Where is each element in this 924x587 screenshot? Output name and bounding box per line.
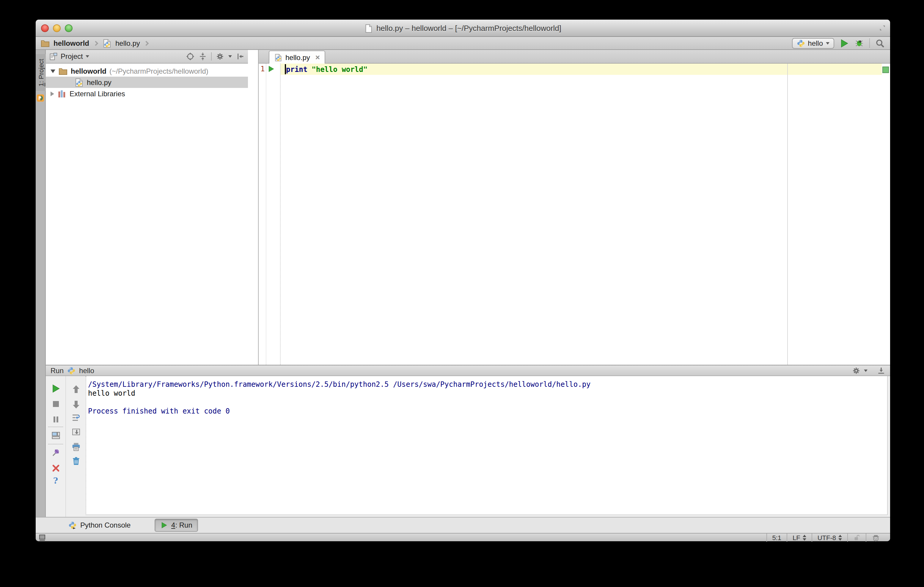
scroll-to-end-icon[interactable] xyxy=(71,427,81,437)
tool-window-bar: Python Console 4: Run xyxy=(36,517,890,533)
python-file-icon xyxy=(274,53,282,61)
hide-down-icon[interactable] xyxy=(877,366,885,375)
soft-wrap-icon[interactable] xyxy=(71,413,81,423)
sidebar-tab-project[interactable]: 1: Project xyxy=(36,54,46,91)
close-icon[interactable] xyxy=(51,464,60,473)
project-tab-label: 1: Project xyxy=(37,59,44,86)
run-config-name[interactable]: hello xyxy=(79,366,94,375)
locate-icon[interactable] xyxy=(186,52,195,61)
code-string: "hello world" xyxy=(312,65,368,73)
chevron-collapsed-icon[interactable] xyxy=(51,91,54,96)
line-separator-widget[interactable]: LF xyxy=(787,534,812,542)
tree-item-path: (~/PycharmProjects/helloworld) xyxy=(109,67,208,75)
tool-window-stripe: 1: Project xyxy=(36,50,46,533)
current-line-highlight xyxy=(280,64,882,75)
chevron-expanded-icon[interactable] xyxy=(51,69,55,73)
project-panel-title[interactable]: Project xyxy=(61,52,83,61)
folder-icon xyxy=(58,66,68,76)
run-tool-window-button[interactable]: 4: Run xyxy=(155,519,198,532)
status-bar: 5:1 LF UTF-8 xyxy=(36,533,890,541)
updown-caret-icon xyxy=(838,535,842,541)
tree-item-external-libraries[interactable]: External Libraries xyxy=(46,88,248,99)
collapse-all-icon[interactable] xyxy=(199,52,207,61)
tab-hello-py[interactable]: hello.py × xyxy=(269,51,325,64)
chevron-down-icon xyxy=(228,55,232,58)
toolbar-separator xyxy=(869,39,870,48)
settings-gear-icon[interactable] xyxy=(216,52,224,61)
run-tool-window: Run hello ? xyxy=(46,365,890,517)
settings-gear-icon[interactable] xyxy=(852,366,860,375)
desktop-background: hello.py – helloworld – [~/PycharmProjec… xyxy=(0,0,924,587)
hide-panel-icon[interactable] xyxy=(236,52,244,61)
run-line-icon[interactable] xyxy=(267,65,275,72)
breadcrumb-file[interactable]: hello.py xyxy=(116,39,140,47)
breadcrumb-project[interactable]: helloworld xyxy=(53,39,89,47)
toolbar-separator xyxy=(48,444,63,444)
tree-item-hello-py[interactable]: hello.py xyxy=(46,77,248,88)
restore-layout-icon[interactable] xyxy=(51,431,60,440)
run-configuration-selector[interactable]: hello xyxy=(792,38,834,48)
run-icon[interactable] xyxy=(840,38,849,48)
console-line: hello world xyxy=(88,389,887,398)
libraries-icon xyxy=(57,89,67,98)
search-icon[interactable] xyxy=(875,38,885,48)
console-output[interactable]: /System/Library/Frameworks/Python.framew… xyxy=(86,376,888,515)
stop-icon[interactable] xyxy=(51,399,60,409)
chevron-right-icon xyxy=(93,41,98,46)
python-file-icon xyxy=(74,77,84,87)
readonly-lock-widget[interactable] xyxy=(847,534,866,542)
help-icon[interactable]: ? xyxy=(53,476,58,485)
code-keyword: print xyxy=(286,65,307,73)
breadcrumb: helloworld hello.py xyxy=(40,37,150,49)
pause-output-icon[interactable] xyxy=(51,415,60,424)
pin-tab-icon[interactable] xyxy=(51,448,60,457)
python-console-icon xyxy=(68,521,77,529)
editor-body[interactable]: 1 print "hello world" xyxy=(259,64,890,365)
run-button-label: 4: Run xyxy=(171,521,192,529)
navigation-bar: helloworld hello.py hello xyxy=(36,37,890,50)
inspection-status-indicator[interactable] xyxy=(883,67,889,73)
chevron-down-icon xyxy=(864,369,868,372)
down-stack-trace-icon[interactable] xyxy=(71,400,81,409)
console-toolbar xyxy=(66,376,86,518)
editor-tab-bar: hello.py × xyxy=(259,50,890,64)
document-icon xyxy=(365,24,373,32)
tree-item-label: helloworld xyxy=(71,67,106,75)
editor-gutter: 1 xyxy=(259,64,280,365)
updown-caret-icon xyxy=(803,535,806,541)
run-left-toolbar: ? xyxy=(46,376,66,518)
tab-label: hello.py xyxy=(285,53,310,61)
debug-icon[interactable] xyxy=(855,38,864,48)
toolbar-separator xyxy=(48,427,63,427)
encoding-widget[interactable]: UTF-8 xyxy=(812,534,847,542)
chevron-right-icon xyxy=(144,41,149,46)
python-icon xyxy=(797,39,805,47)
python-icon xyxy=(67,366,76,375)
python-console-button[interactable]: Python Console xyxy=(63,519,136,532)
clear-all-icon[interactable] xyxy=(71,456,81,466)
up-stack-trace-icon[interactable] xyxy=(71,385,81,394)
close-tab-icon[interactable]: × xyxy=(315,53,320,62)
inspections-profile-widget[interactable] xyxy=(866,534,885,542)
project-view-icon xyxy=(50,52,58,61)
caret-position-widget[interactable]: 5:1 xyxy=(766,534,787,542)
python-file-icon xyxy=(102,38,112,48)
main-area: Project hel xyxy=(46,50,890,365)
fullscreen-icon[interactable] xyxy=(879,25,886,31)
tree-item-helloworld[interactable]: helloworld (~/PycharmProjects/helloworld… xyxy=(46,65,248,77)
inspection-strip xyxy=(882,64,890,365)
code-line-1[interactable]: print "hello world" xyxy=(286,64,368,75)
run-icon xyxy=(160,522,168,529)
toggle-toolwindow-bars-icon[interactable] xyxy=(39,534,46,541)
run-panel-body: ? /System/Library/Frameworks/Python.fram… xyxy=(46,376,890,518)
rerun-icon[interactable] xyxy=(51,384,60,393)
caret-position: 5:1 xyxy=(772,534,781,541)
project-panel-header: Project xyxy=(46,50,248,64)
chevron-down-icon[interactable] xyxy=(86,55,89,58)
project-tree: helloworld (~/PycharmProjects/helloworld… xyxy=(46,64,248,365)
window-title: hello.py – helloworld – [~/PycharmProjec… xyxy=(376,24,561,33)
run-panel-title: Run xyxy=(51,366,64,375)
title-bar[interactable]: hello.py – helloworld – [~/PycharmProjec… xyxy=(36,20,890,37)
print-icon[interactable] xyxy=(71,442,81,452)
console-line: Process finished with exit code 0 xyxy=(88,407,887,416)
